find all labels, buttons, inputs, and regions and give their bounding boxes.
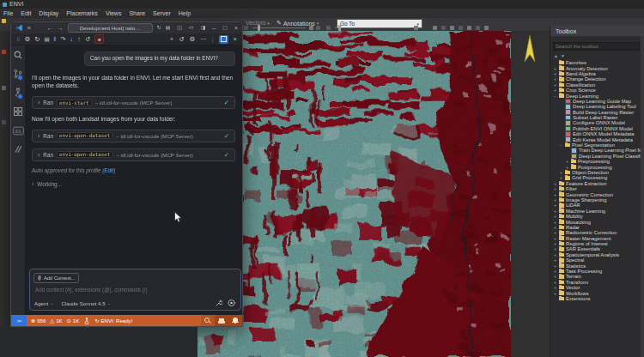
expand-icon[interactable]: + — [553, 257, 557, 263]
step-out-icon[interactable]: ↑ — [77, 33, 81, 45]
restart-icon[interactable]: ↻ — [34, 33, 39, 45]
table-icon[interactable] — [484, 26, 489, 30]
open-file-icon[interactable]: ▤ — [44, 33, 49, 45]
menu-file[interactable]: File — [3, 10, 13, 16]
adjust-icon[interactable] — [316, 26, 320, 30]
expand-icon[interactable]: + — [553, 197, 557, 203]
expand-icon[interactable]: + — [559, 170, 563, 175]
info-count[interactable]: ⊙ 1K — [67, 318, 80, 324]
collapse-icon[interactable]: − — [553, 94, 557, 99]
select-icon[interactable] — [459, 26, 463, 30]
model-picker[interactable]: Claude Sonnet 4.5 ⌄ — [61, 300, 110, 306]
expand-icon[interactable]: + — [559, 175, 563, 180]
tools-icon[interactable] — [215, 300, 222, 307]
expand-icon[interactable]: + — [553, 285, 557, 290]
more-actions-icon[interactable]: ⋯ — [200, 33, 207, 45]
search-status-icon[interactable] — [201, 315, 215, 326]
menu-edit[interactable]: Edit — [21, 10, 31, 16]
sort-down-icon[interactable]: ▼ — [561, 53, 565, 58]
chat-input-placeholder[interactable]: Add context (#), extensions (@), command… — [35, 287, 148, 293]
landsat-image-canvas[interactable] — [197, 31, 511, 357]
chat-settings-icon[interactable]: ⚙ — [189, 33, 195, 45]
tool-call-row[interactable]: › Ran envi-open-dataset – idl.idl-for-vs… — [32, 130, 235, 142]
chevron-right-icon[interactable]: › — [38, 152, 39, 158]
expand-icon[interactable]: + — [553, 220, 557, 225]
chevron-right-icon[interactable]: › — [38, 133, 39, 139]
vscode-titlebar[interactable]: ≡ ← → Development Host] nato… ↻ ▤ ◫ ▭ ◨ … — [11, 22, 242, 33]
source-control-icon[interactable] — [11, 64, 25, 83]
expand-icon[interactable]: + — [553, 186, 557, 191]
tool-call-row[interactable]: › Ran envi-open-dataset – idl.idl-for-vs… — [32, 148, 235, 161]
draw-icon[interactable] — [467, 26, 471, 30]
layout-right-icon[interactable]: ◨ — [201, 22, 206, 33]
send-button[interactable] — [228, 299, 236, 307]
adjust-icon[interactable] — [244, 26, 248, 30]
grid-icon[interactable] — [476, 26, 480, 30]
beaker-status-icon[interactable] — [83, 318, 90, 324]
expand-icon[interactable]: + — [553, 181, 557, 186]
expand-icon[interactable]: + — [553, 214, 557, 219]
transparency-slider[interactable] — [335, 27, 410, 28]
envi-side-icon[interactable] — [2, 86, 6, 90]
step-over-icon[interactable]: ↷ — [60, 33, 65, 45]
stop-icon[interactable]: ■ — [94, 34, 104, 44]
command-center-searchbox[interactable]: Development Host] nato… — [68, 23, 153, 33]
toolbox-item[interactable]: Build Deep Learning Raster — [550, 110, 644, 115]
expand-icon[interactable]: + — [553, 66, 557, 71]
error-count[interactable]: ⊗ 956 — [31, 318, 46, 324]
chat-input-box[interactable]: Add Context... Add context (#), extensio… — [29, 269, 241, 311]
close-chat-icon[interactable]: × — [234, 33, 237, 45]
menu-views[interactable]: Views — [106, 10, 122, 16]
expand-icon[interactable]: + — [553, 71, 557, 76]
step-into-icon[interactable]: ↓ — [70, 33, 74, 45]
agent-mode-picker[interactable]: Agent ⌄ — [34, 300, 53, 306]
brightness-slider-handle[interactable] — [258, 25, 260, 31]
restore-icon[interactable]: ▢ — [222, 22, 228, 33]
expand-icon[interactable]: + — [553, 246, 557, 251]
transparency-slider-handle[interactable] — [338, 25, 341, 31]
menu-display[interactable]: Display — [39, 10, 58, 16]
crosshair-icon[interactable] — [433, 26, 437, 30]
adjust-icon[interactable] — [309, 26, 313, 30]
toolbox-search-input[interactable] — [553, 42, 640, 51]
collapse-icon[interactable]: − — [559, 142, 563, 148]
nav-back-icon[interactable]: ← — [47, 22, 53, 33]
reload-icon[interactable]: ↻ — [157, 22, 161, 33]
expand-icon[interactable]: + — [553, 280, 557, 285]
drag-grip-icon[interactable]: ⠿ — [16, 33, 20, 45]
edit-link[interactable]: Edit — [104, 167, 113, 173]
brightness-slider[interactable] — [252, 27, 306, 28]
maximize-chat-icon[interactable] — [219, 35, 228, 44]
layout-bottom-icon[interactable]: ▭ — [189, 22, 194, 33]
expand-icon[interactable]: + — [553, 252, 557, 257]
expand-icon[interactable]: + — [553, 203, 557, 208]
feedback-status-icon[interactable] — [215, 315, 228, 326]
tool-call-row[interactable]: › Ran envi-start – idl.idl-for-vscode (M… — [32, 96, 235, 109]
layout-sidebar-icon[interactable]: ◫ — [177, 22, 182, 33]
extensions-icon[interactable] — [11, 102, 25, 121]
toolbox-item[interactable]: Extensions — [550, 296, 644, 301]
menu-server[interactable]: Server — [153, 10, 171, 16]
expand-icon[interactable]: + — [553, 274, 557, 279]
chevron-right-icon[interactable]: › — [38, 100, 39, 106]
layer-icon[interactable] — [450, 26, 454, 30]
pause-icon[interactable]: ‖ — [54, 33, 57, 45]
menu-share[interactable]: Share — [129, 10, 145, 16]
expand-icon[interactable]: + — [553, 269, 557, 274]
idl-extension-icon[interactable]: IDL — [11, 121, 25, 140]
remote-indicator[interactable]: >< — [11, 315, 27, 326]
expand-icon[interactable]: + — [553, 192, 557, 197]
add-context-button[interactable]: Add Context... — [33, 273, 79, 283]
expand-icon[interactable]: + — [553, 291, 557, 296]
adjust-icon[interactable] — [326, 26, 331, 30]
expand-icon[interactable]: + — [553, 82, 557, 88]
minimize-icon[interactable]: – — [212, 22, 216, 33]
expand-icon[interactable]: + — [553, 230, 557, 235]
new-chat-icon[interactable]: + — [170, 33, 173, 45]
expand-icon[interactable]: + — [553, 209, 557, 214]
sort-up-icon[interactable]: ▲ — [554, 53, 558, 58]
notifications-bell-icon[interactable] — [228, 315, 242, 326]
expand-icon[interactable]: + — [565, 165, 569, 170]
layout-panel-icon[interactable]: ▤ — [166, 22, 171, 33]
menu-placemarks[interactable]: Placemarks — [66, 10, 98, 16]
